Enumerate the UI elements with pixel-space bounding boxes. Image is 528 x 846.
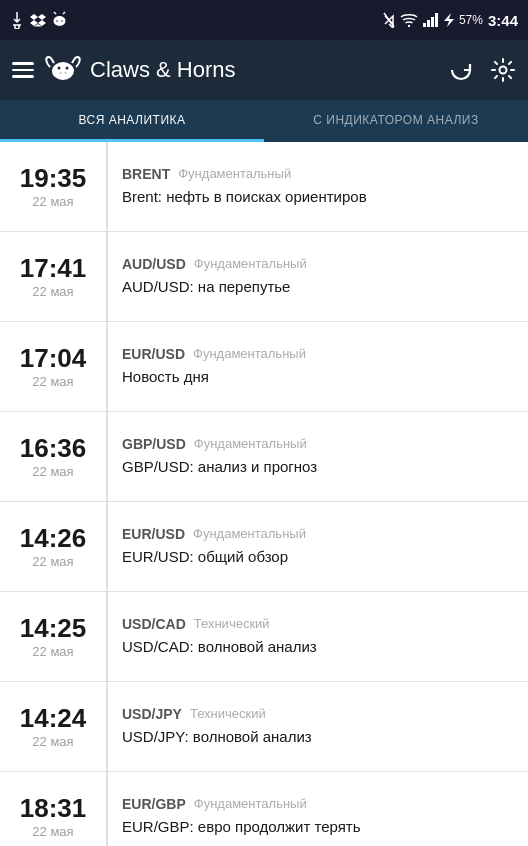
dropbox-icon bbox=[30, 12, 46, 28]
svg-rect-10 bbox=[435, 13, 438, 27]
svg-point-17 bbox=[500, 67, 507, 74]
news-type: Фундаментальный bbox=[193, 346, 306, 361]
svg-point-12 bbox=[52, 62, 74, 80]
news-title: EUR/GBP: евро продолжит терять bbox=[122, 817, 514, 837]
refresh-button[interactable] bbox=[448, 57, 474, 83]
news-title: EUR/USD: общий обзор bbox=[122, 547, 514, 567]
news-title: USD/CAD: волновой анализ bbox=[122, 637, 514, 657]
news-item[interactable]: 17:41 22 мая AUD/USD Фундаментальный AUD… bbox=[0, 232, 528, 322]
header-right bbox=[448, 57, 516, 83]
news-content: EUR/USD Фундаментальный EUR/USD: общий о… bbox=[108, 502, 528, 591]
news-meta: AUD/USD Фундаментальный bbox=[122, 256, 514, 272]
bluetooth-off-icon bbox=[383, 12, 395, 28]
svg-point-15 bbox=[59, 72, 61, 74]
svg-point-4 bbox=[61, 20, 63, 22]
news-pair: GBP/USD bbox=[122, 436, 186, 452]
news-time-col: 17:41 22 мая bbox=[0, 232, 108, 321]
wifi-icon bbox=[400, 13, 418, 27]
news-content: BRENT Фундаментальный Brent: нефть в пои… bbox=[108, 142, 528, 231]
news-title: GBP/USD: анализ и прогноз bbox=[122, 457, 514, 477]
news-item[interactable]: 14:24 22 мая USD/JPY Технический USD/JPY… bbox=[0, 682, 528, 772]
news-content: AUD/USD Фундаментальный AUD/USD: на пере… bbox=[108, 232, 528, 321]
logo-area: Claws & Horns bbox=[44, 55, 235, 85]
news-time-col: 19:35 22 мая bbox=[0, 142, 108, 231]
news-time-col: 14:24 22 мая bbox=[0, 682, 108, 771]
svg-rect-8 bbox=[427, 20, 430, 27]
news-time-col: 18:31 22 мая bbox=[0, 772, 108, 846]
news-time: 16:36 bbox=[20, 434, 87, 463]
news-title: USD/JPY: волновой анализ bbox=[122, 727, 514, 747]
tab-bar: ВСЯ АНАЛИТИКА С ИНДИКАТОРОМ АНАЛИЗ bbox=[0, 100, 528, 142]
battery-percent: 57% bbox=[459, 13, 483, 27]
news-time-col: 17:04 22 мая bbox=[0, 322, 108, 411]
news-list: 19:35 22 мая BRENT Фундаментальный Brent… bbox=[0, 142, 528, 846]
news-time-col: 14:25 22 мая bbox=[0, 592, 108, 681]
usb-icon bbox=[10, 11, 24, 29]
app-header: Claws & Horns bbox=[0, 40, 528, 100]
news-item[interactable]: 18:31 22 мая EUR/GBP Фундаментальный EUR… bbox=[0, 772, 528, 846]
gear-icon bbox=[490, 57, 516, 83]
news-item[interactable]: 14:25 22 мая USD/CAD Технический USD/CAD… bbox=[0, 592, 528, 682]
news-time: 14:24 bbox=[20, 704, 87, 733]
news-type: Фундаментальный bbox=[193, 526, 306, 541]
status-icons-right: 57% 3:44 bbox=[383, 12, 518, 29]
svg-point-16 bbox=[64, 72, 66, 74]
svg-point-3 bbox=[56, 20, 58, 22]
news-type: Технический bbox=[190, 706, 266, 721]
news-meta: USD/JPY Технический bbox=[122, 706, 514, 722]
news-meta: EUR/USD Фундаментальный bbox=[122, 526, 514, 542]
news-content: USD/JPY Технический USD/JPY: волновой ан… bbox=[108, 682, 528, 771]
news-date: 22 мая bbox=[32, 284, 73, 299]
svg-rect-7 bbox=[423, 23, 426, 27]
svg-marker-11 bbox=[444, 13, 454, 27]
news-date: 22 мая bbox=[32, 194, 73, 209]
news-meta: USD/CAD Технический bbox=[122, 616, 514, 632]
news-date: 22 мая bbox=[32, 644, 73, 659]
svg-point-13 bbox=[58, 67, 61, 70]
news-time-col: 16:36 22 мая bbox=[0, 412, 108, 501]
news-pair: EUR/GBP bbox=[122, 796, 186, 812]
news-date: 22 мая bbox=[32, 734, 73, 749]
svg-line-2 bbox=[63, 12, 65, 14]
news-time: 14:25 bbox=[20, 614, 87, 643]
news-content: USD/CAD Технический USD/CAD: волновой ан… bbox=[108, 592, 528, 681]
signal-icon bbox=[423, 13, 439, 27]
news-type: Фундаментальный bbox=[194, 256, 307, 271]
settings-button[interactable] bbox=[490, 57, 516, 83]
news-meta: BRENT Фундаментальный bbox=[122, 166, 514, 182]
news-pair: USD/JPY bbox=[122, 706, 182, 722]
news-pair: EUR/USD bbox=[122, 526, 185, 542]
android-icon bbox=[52, 11, 67, 29]
svg-point-6 bbox=[408, 25, 410, 27]
news-pair: BRENT bbox=[122, 166, 170, 182]
news-item[interactable]: 14:26 22 мая EUR/USD Фундаментальный EUR… bbox=[0, 502, 528, 592]
app-title: Claws & Horns bbox=[90, 57, 235, 83]
news-content: GBP/USD Фундаментальный GBP/USD: анализ … bbox=[108, 412, 528, 501]
news-item[interactable]: 16:36 22 мая GBP/USD Фундаментальный GBP… bbox=[0, 412, 528, 502]
app-logo-icon bbox=[44, 55, 82, 85]
news-date: 22 мая bbox=[32, 374, 73, 389]
news-time-col: 14:26 22 мая bbox=[0, 502, 108, 591]
news-content: EUR/USD Фундаментальный Новость дня bbox=[108, 322, 528, 411]
tab-all-analytics[interactable]: ВСЯ АНАЛИТИКА bbox=[0, 100, 264, 142]
news-pair: AUD/USD bbox=[122, 256, 186, 272]
news-item[interactable]: 19:35 22 мая BRENT Фундаментальный Brent… bbox=[0, 142, 528, 232]
news-meta: EUR/USD Фундаментальный bbox=[122, 346, 514, 362]
news-type: Фундаментальный bbox=[194, 796, 307, 811]
news-item[interactable]: 17:04 22 мая EUR/USD Фундаментальный Нов… bbox=[0, 322, 528, 412]
news-title: AUD/USD: на перепутье bbox=[122, 277, 514, 297]
news-time: 14:26 bbox=[20, 524, 87, 553]
svg-point-0 bbox=[54, 16, 66, 26]
news-type: Технический bbox=[194, 616, 270, 631]
news-content: EUR/GBP Фундаментальный EUR/GBP: евро пр… bbox=[108, 772, 528, 846]
news-time: 17:41 bbox=[20, 254, 87, 283]
news-time: 17:04 bbox=[20, 344, 87, 373]
news-type: Фундаментальный bbox=[178, 166, 291, 181]
menu-button[interactable] bbox=[12, 62, 34, 78]
refresh-icon bbox=[448, 57, 474, 83]
svg-point-14 bbox=[66, 67, 69, 70]
news-date: 22 мая bbox=[32, 824, 73, 839]
tab-indicator-analysis[interactable]: С ИНДИКАТОРОМ АНАЛИЗ bbox=[264, 100, 528, 142]
svg-rect-9 bbox=[431, 17, 434, 27]
news-title: Новость дня bbox=[122, 367, 514, 387]
